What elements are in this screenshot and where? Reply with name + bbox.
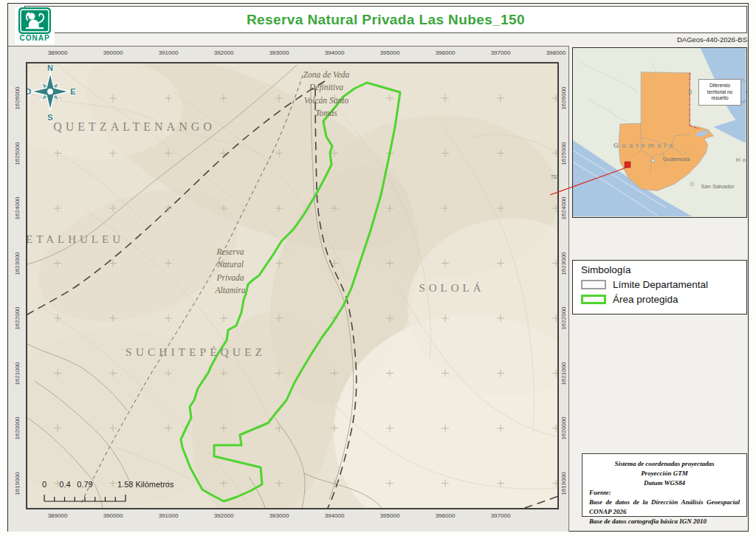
department-label-retalhuleu: RETALHULEU <box>26 233 124 246</box>
scale-bar-ruler <box>41 492 144 506</box>
credits-source-heading: Fuente: <box>589 488 740 498</box>
inset-belize-fragment: B <box>688 89 692 95</box>
inset-water-fragment-2: u <box>745 89 747 94</box>
department-label-suchitepequez: SUCHITEPÉQUEZ <box>126 346 266 359</box>
altamira-line-2: Natural <box>216 258 246 271</box>
scale-tick-158: 1.58 Kilómetros <box>117 480 173 489</box>
conap-logo: CONAP <box>15 7 55 44</box>
altamira-line-1: Reserva <box>216 246 246 258</box>
inset-san-salvador-label: San Salvador <box>701 183 734 190</box>
zona-line-2: Definitiva <box>303 81 350 94</box>
scale-tick-04: 0.4 <box>59 480 70 489</box>
compass-north-label: N <box>47 63 53 72</box>
compass-west-label: O <box>26 87 31 96</box>
legend-box: Simbología Límite Departamental Área pro… <box>572 260 747 315</box>
conap-logo-label: CONAP <box>15 34 55 43</box>
credits-source-1: Base de datos de la Dirección Análisis G… <box>589 498 740 517</box>
inset-locator-map: Guatemala Guatemala San Salvador Ho B G … <box>572 47 747 218</box>
monkey-icon <box>18 7 51 34</box>
altamira-line-3: Privada <box>216 271 246 284</box>
department-label-quetzaltenango: QUETZALTENANGO <box>53 120 216 134</box>
scale-tick-0: 0 <box>42 480 47 489</box>
protected-area-swatch <box>581 295 606 304</box>
legend-label-limite: Límite Departamental <box>613 279 708 290</box>
territorial-dispute-note: Diferendo territorial no resuelto <box>698 79 741 106</box>
scale-tick-079: 0.79 <box>77 480 92 489</box>
compass-south-label: S <box>47 113 52 122</box>
credits-projection: Proyección GTM <box>589 469 740 478</box>
inset-capital-label: Guatemala <box>663 156 690 162</box>
zona-line-1: Zona de Veda <box>303 69 350 81</box>
compass-rose-icon <box>30 71 71 112</box>
guatemala-city-dot <box>651 159 655 162</box>
inset-honduras-fragment: Ho <box>736 157 747 163</box>
legend-title: Simbología <box>581 264 746 275</box>
zona-de-veda-label: Zona de Veda Definitiva Volcán Santo Tom… <box>303 69 350 120</box>
legend-item-departmental-limit: Límite Departamental <box>581 279 746 290</box>
departmental-limit-swatch <box>581 280 606 289</box>
legend-item-protected-area: Área protegida <box>581 294 746 305</box>
inset-water-fragment-1: G <box>742 77 746 82</box>
header-bar: Reserva Natural Privada Las Nubes_150 <box>24 6 747 33</box>
inset-country-label: Guatemala <box>614 141 676 149</box>
altamira-line-4: Altamira <box>216 284 246 296</box>
compass-east-label: E <box>70 87 75 96</box>
scale-bar: 0 0.4 0.79 1.58 Kilómetros <box>41 480 233 508</box>
department-label-solola: SOLOLÁ <box>419 282 484 295</box>
credits-coord-system: Sistema de coordenadas proyectadas <box>589 459 740 469</box>
zona-line-4: Tomás <box>303 106 350 119</box>
page-title: Reserva Natural Privada Las Nubes_150 <box>247 12 525 28</box>
credits-datum: Datum WGS84 <box>589 478 740 488</box>
credits-source-2: Base de datos cartografía básica IGN 201… <box>589 517 740 526</box>
document-id: DAGeos-440-2026-BS <box>591 35 747 44</box>
leader-label: 731 <box>551 174 559 179</box>
zona-line-3: Volcán Santo <box>303 94 350 106</box>
conap-logo-icon <box>18 7 51 34</box>
credits-box: Sistema de coordenadas proyectadas Proye… <box>582 453 747 517</box>
map-document-page: { "header": { "title": "Reserva Natural … <box>0 0 756 536</box>
san-salvador-dot <box>690 182 694 186</box>
reserva-altamira-label: Reserva Natural Privada Altamira <box>216 246 246 297</box>
legend-label-area: Área protegida <box>613 294 678 305</box>
main-map: N E S O QUETZALTENANGO RETALHULEU SOLOLÁ… <box>26 62 559 509</box>
inset-map-canvas <box>573 48 746 216</box>
